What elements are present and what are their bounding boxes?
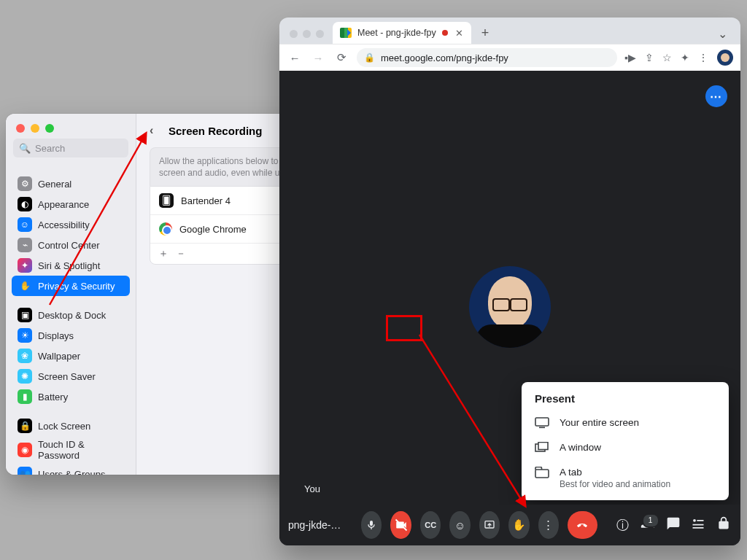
sidebar-item-label: Touch ID & Password xyxy=(38,439,124,461)
sidebar-item-siri-spotlight[interactable]: ✦Siri & Spotlight xyxy=(12,255,130,276)
raise-hand-button[interactable]: ✋ xyxy=(508,511,529,539)
close-window[interactable] xyxy=(16,124,25,133)
profile-avatar[interactable] xyxy=(717,50,733,66)
camera-toggle-button[interactable] xyxy=(390,511,411,539)
meet-stage: ⋯ You Present Your entire screen A windo… xyxy=(279,71,740,545)
desktop-icon: ▣ xyxy=(18,308,32,322)
toolbar: ← → ⟳ 🔒 meet.google.com/png-jkde-fpy ▪▶ … xyxy=(279,44,740,71)
sidebar-item-appearance[interactable]: ◐Appearance xyxy=(12,194,130,214)
present-option-label: Your entire screen xyxy=(560,417,639,428)
sidebar-item-general[interactable]: ⚙︎General xyxy=(12,174,130,194)
more-options-pill[interactable]: ⋯ xyxy=(705,85,727,107)
siri-icon: ✦ xyxy=(18,258,32,273)
browser-tab[interactable]: Meet - png-jkde-fpy ✕ xyxy=(333,22,471,44)
present-a-window[interactable]: A window xyxy=(522,435,729,460)
reload-icon[interactable]: ⟳ xyxy=(333,51,349,64)
sidebar-item-label: Screen Saver xyxy=(38,371,96,382)
sidebar-item-label: Privacy & Security xyxy=(38,281,115,292)
present-option-label: A tab Best for video and animation xyxy=(560,467,670,489)
sidebar-item-battery[interactable]: ▮Battery xyxy=(12,386,130,407)
svg-rect-1 xyxy=(539,427,545,429)
svg-point-7 xyxy=(693,518,696,521)
sidebar-item-touch-id-password[interactable]: ◉Touch ID & Password xyxy=(12,436,130,464)
tab-overflow-chevron-icon[interactable]: ⌄ xyxy=(713,27,732,41)
sidebar-item-displays[interactable]: ☀Displays xyxy=(12,325,130,346)
users-icon: 👥 xyxy=(18,467,32,475)
chrome-icon xyxy=(159,222,172,236)
chrome-menu-icon[interactable]: ⋮ xyxy=(698,52,708,63)
chat-button[interactable] xyxy=(665,516,681,534)
zoom-window[interactable] xyxy=(316,30,324,38)
leave-call-button[interactable] xyxy=(568,511,597,539)
sidebar-item-screen-saver[interactable]: ✺Screen Saver xyxy=(12,366,130,386)
camera-indicator-icon[interactable]: ▪▶ xyxy=(624,52,636,63)
url-text: meet.google.com/png-jkde-fpy xyxy=(381,52,508,63)
nav-back-icon[interactable]: ← xyxy=(287,52,303,64)
present-title: Present xyxy=(522,392,729,405)
sidebar-item-accessibility[interactable]: ☺Accessibility xyxy=(12,214,130,235)
sidebar-item-label: Desktop & Dock xyxy=(38,310,106,321)
monitor-icon xyxy=(535,417,549,429)
present-a-tab[interactable]: A tab Best for video and animation xyxy=(522,460,729,496)
sidebar-item-privacy-security[interactable]: ✋Privacy & Security xyxy=(12,276,130,296)
sidebar-item-wallpaper[interactable]: ❀Wallpaper xyxy=(12,346,130,366)
window-controls xyxy=(6,114,136,139)
activities-button[interactable] xyxy=(690,516,706,534)
sidebar-item-label: General xyxy=(38,179,71,190)
settings-sidebar: 🔍 Search ⚙︎General◐Appearance☺Accessibil… xyxy=(6,114,136,475)
bookmark-icon[interactable]: ☆ xyxy=(662,52,672,63)
settings-pane-title: Screen Recording xyxy=(169,125,262,137)
window-controls xyxy=(285,30,328,44)
host-controls-button[interactable] xyxy=(715,516,731,534)
extensions-icon[interactable]: ✦ xyxy=(681,52,689,63)
settings-search[interactable]: 🔍 Search xyxy=(13,139,128,158)
meeting-details-button[interactable]: ⓘ xyxy=(615,517,631,534)
lock-icon: 🔒 xyxy=(364,52,375,63)
search-placeholder: Search xyxy=(35,143,65,154)
sidebar-item-desktop-dock[interactable]: ▣Desktop & Dock xyxy=(12,305,130,325)
back-chevron-icon[interactable]: ‹ xyxy=(150,124,161,137)
nav-forward-icon[interactable]: → xyxy=(310,52,326,64)
displays-icon: ☀ xyxy=(18,328,32,343)
meeting-id: png-jkde-… xyxy=(288,519,352,531)
add-app-button[interactable]: ＋ xyxy=(155,246,172,261)
zoom-window[interactable] xyxy=(45,124,54,133)
tab-strip: Meet - png-jkde-fpy ✕ + ⌄ xyxy=(279,18,740,44)
sidebar-item-label: Appearance xyxy=(38,199,89,210)
control-icon: ⌁ xyxy=(18,238,32,252)
touch-icon: ◉ xyxy=(18,443,32,457)
sidebar-item-control-center[interactable]: ⌁Control Center xyxy=(12,235,130,255)
window-icon xyxy=(535,442,549,454)
mic-toggle-button[interactable] xyxy=(361,511,382,539)
close-tab-icon[interactable]: ✕ xyxy=(455,28,463,39)
self-label: You xyxy=(304,483,320,494)
present-screen-button[interactable] xyxy=(479,511,500,539)
new-tab-button[interactable]: + xyxy=(476,23,495,42)
lock-icon: 🔒 xyxy=(18,419,32,433)
svg-rect-3 xyxy=(538,443,548,450)
share-icon[interactable]: ⇪ xyxy=(645,52,654,63)
participant-count-badge: 1 xyxy=(642,513,659,528)
bartender-icon: 🂠 xyxy=(159,193,174,208)
minimize-window[interactable] xyxy=(303,30,311,38)
reactions-button[interactable]: ☺ xyxy=(449,511,470,539)
more-actions-button[interactable]: ⋮ xyxy=(538,511,559,539)
people-button[interactable]: 1 xyxy=(640,516,656,534)
sidebar-item-label: Lock Screen xyxy=(38,421,90,432)
meet-favicon-icon xyxy=(340,28,352,38)
present-menu: Present Your entire screen A window A ta… xyxy=(522,382,729,500)
svg-rect-4 xyxy=(535,470,549,478)
sidebar-item-label: Control Center xyxy=(38,240,100,251)
recording-indicator-icon xyxy=(442,30,448,36)
minimize-window[interactable] xyxy=(31,124,39,133)
captions-button[interactable]: CC xyxy=(420,511,441,539)
remove-app-button[interactable]: － xyxy=(172,246,190,261)
search-icon: 🔍 xyxy=(19,143,31,154)
access-icon: ☺ xyxy=(18,217,32,232)
sidebar-item-users-groups[interactable]: 👥Users & Groups xyxy=(12,464,130,475)
present-entire-screen[interactable]: Your entire screen xyxy=(522,411,729,435)
close-window[interactable] xyxy=(290,30,298,38)
appearance-icon: ◐ xyxy=(18,197,32,211)
address-bar[interactable]: 🔒 meet.google.com/png-jkde-fpy xyxy=(357,48,617,67)
sidebar-item-lock-screen[interactable]: 🔒Lock Screen xyxy=(12,416,130,436)
